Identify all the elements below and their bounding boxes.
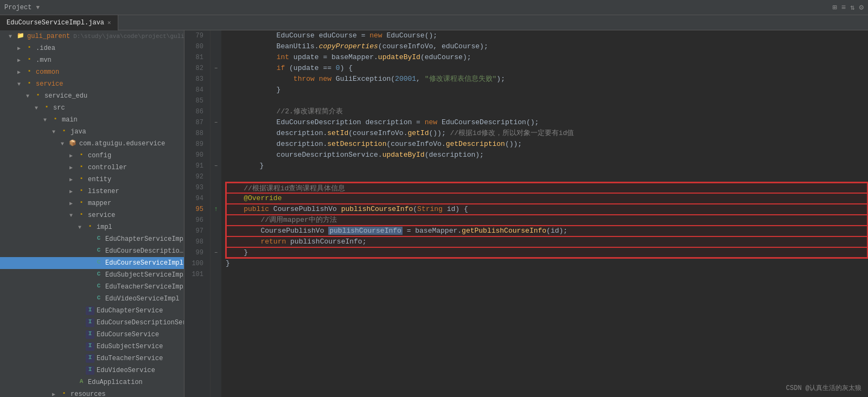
tree-item-edu-course-desc-svc[interactable]: ▶ I EduCourseDescriptionService (0, 317, 184, 329)
toolbar-icon-diff[interactable]: ⇅ (850, 3, 854, 12)
gc-82: − (210, 63, 221, 74)
tree-item-edu-chapter-svc[interactable]: ▶ I EduChapterService (0, 305, 184, 317)
tree-item-edu-video-impl[interactable]: ▶ C EduVideoServiceImpl (0, 293, 184, 305)
code-line-87: EduCourseDescription description = new E… (226, 117, 868, 128)
folder-icon: 📁 (16, 32, 25, 41)
folder-icon: ▪ (86, 223, 94, 232)
ln-100: 100 (189, 258, 206, 269)
ln-87: 87 (189, 117, 206, 128)
folder-icon: ▪ (77, 211, 86, 220)
ln-86: 86 (189, 106, 206, 117)
ln-88: 88 (189, 128, 206, 139)
ln-81: 81 (189, 52, 206, 63)
package-icon: 📦 (68, 139, 77, 148)
toolbar-icon-gear[interactable]: ⚙ (859, 3, 864, 12)
toolbar-icon-align[interactable]: ≡ (841, 3, 846, 12)
ln-95: 95 (189, 204, 206, 215)
folder-icon: ▪ (25, 80, 34, 88)
interface-icon: I (86, 354, 94, 363)
code-line-84: } (226, 85, 868, 95)
gc-101 (210, 269, 221, 280)
gc-90 (210, 150, 221, 161)
code-lines: EduCourse eduCourse = new EduCourse(); B… (221, 30, 868, 397)
code-line-89: description.setDescription(courseInfoVo.… (226, 139, 868, 150)
tree-item-edu-video-svc[interactable]: ▶ I EduVideoService (0, 364, 184, 376)
tree-item-main[interactable]: ▼ ▪ main (0, 114, 184, 126)
gc-99: − (210, 247, 221, 258)
tree-item-java[interactable]: ▼ ▪ java (0, 126, 184, 138)
project-label[interactable]: Project (4, 4, 31, 11)
toolbar-icon-grid[interactable]: ⊞ (832, 3, 837, 12)
gc-91: − (210, 161, 221, 171)
tree-item-controller[interactable]: ▶ ▪ controller (0, 162, 184, 174)
tree-item-common[interactable]: ▶ ▪ common (0, 66, 184, 78)
tree-item-mvn[interactable]: ▶ ▪ .mvn (0, 54, 184, 66)
gc-95: ↑ (210, 204, 221, 215)
interface-icon: I (86, 318, 94, 327)
code-line-81: int update = baseMapper.updateById(eduCo… (226, 52, 868, 63)
tree-item-edu-course-desc-impl[interactable]: ▶ C EduCourseDescriptionService... (0, 245, 184, 257)
tree-item-mapper[interactable]: ▶ ▪ mapper (0, 197, 184, 209)
tree-item-entity[interactable]: ▶ ▪ entity (0, 174, 184, 185)
top-bar: Project ▼ ⊞ ≡ ⇅ ⚙ (0, 0, 868, 15)
ln-101: 101 (189, 269, 206, 280)
tree-item-src[interactable]: ▼ ▪ src (0, 102, 184, 114)
interface-icon: I (86, 306, 94, 315)
tree-item-edu-teacher-impl[interactable]: ▶ C EduTeacherServiceImpl (0, 281, 184, 293)
folder-icon: ▪ (25, 68, 34, 76)
gc-87: − (210, 117, 221, 128)
gc-86 (210, 106, 221, 117)
tree-item-resources[interactable]: ▶ ▪ resources (0, 388, 184, 397)
tree-item-edu-subject-impl[interactable]: ▶ C EduSubjectServiceImpl (0, 269, 184, 281)
ln-98: 98 (189, 236, 206, 247)
folder-icon: ▪ (77, 175, 86, 184)
ln-90: 90 (189, 150, 206, 161)
class-icon: C (94, 294, 103, 303)
folder-icon: ▪ (77, 187, 86, 196)
code-line-93: //根据课程id查询课程具体信息 (226, 182, 868, 193)
tree-item-edu-chapter-impl[interactable]: ▶ C EduChapterServiceImpl (0, 233, 184, 245)
tab-edu-course-service-impl[interactable]: EduCourseServiceImpl.java ✕ (0, 15, 118, 30)
folder-icon: ▪ (51, 116, 60, 124)
tree-item-listener[interactable]: ▶ ▪ listener (0, 185, 184, 197)
tab-close-icon[interactable]: ✕ (107, 19, 111, 26)
class-icon: C (94, 271, 103, 279)
arrow-icon: ▼ (9, 34, 16, 40)
class-icon: A (77, 378, 86, 387)
tree-item-edu-course-impl[interactable]: ▶ C EduCourseServiceImpl (0, 257, 184, 269)
gc-97 (210, 226, 221, 236)
tree-item-service-edu[interactable]: ▼ ▪ service_edu (0, 90, 184, 102)
tree-item-edu-course-svc[interactable]: ▶ I EduCourseService (0, 329, 184, 341)
tree-item-service-pkg[interactable]: ▼ ▪ service (0, 209, 184, 221)
tree-item-edu-application[interactable]: ▶ A EduApplication (0, 376, 184, 388)
tab-filename: EduCourseServiceImpl.java (7, 19, 104, 27)
ln-96: 96 (189, 215, 206, 226)
tree-item-idea[interactable]: ▶ ▪ .idea (0, 42, 184, 54)
ln-91: 91 (189, 161, 206, 171)
folder-icon: ▪ (42, 104, 51, 112)
code-line-85 (226, 95, 868, 106)
code-line-97: CoursePublishVo publishCourseInfo = base… (226, 226, 868, 236)
ln-97: 97 (189, 226, 206, 236)
tree-item-package[interactable]: ▼ 📦 com.atguigu.eduservice (0, 138, 184, 150)
code-line-79: EduCourse eduCourse = new EduCourse(); (226, 30, 868, 41)
code-line-92 (226, 171, 868, 182)
ln-80: 80 (189, 41, 206, 52)
gc-81 (210, 52, 221, 63)
folder-icon: ▪ (60, 127, 68, 136)
tree-item-impl[interactable]: ▼ ▪ impl (0, 221, 184, 233)
tree-item-guli-parent[interactable]: ▼ 📁 guli_parent D:\study\java\code\proje… (0, 30, 184, 42)
code-editor[interactable]: 79 80 81 82 83 84 85 86 87 88 89 90 91 9… (184, 30, 868, 397)
folder-icon: ▪ (25, 56, 34, 65)
folder-icon: ▪ (34, 92, 42, 100)
code-line-98: return publishCourseInfo; (226, 236, 868, 247)
folder-icon: ▪ (77, 199, 86, 208)
tab-bar: EduCourseServiceImpl.java ✕ (0, 15, 868, 30)
tree-item-edu-subject-svc[interactable]: ▶ I EduSubjectService (0, 341, 184, 353)
tree-item-edu-teacher-svc[interactable]: ▶ I EduTeacherService (0, 353, 184, 364)
gc-84 (210, 85, 221, 95)
tree-item-config[interactable]: ▶ ▪ config (0, 150, 184, 162)
ln-84: 84 (189, 85, 206, 95)
tree-item-service[interactable]: ▼ ▪ service (0, 78, 184, 90)
gc-88 (210, 128, 221, 139)
